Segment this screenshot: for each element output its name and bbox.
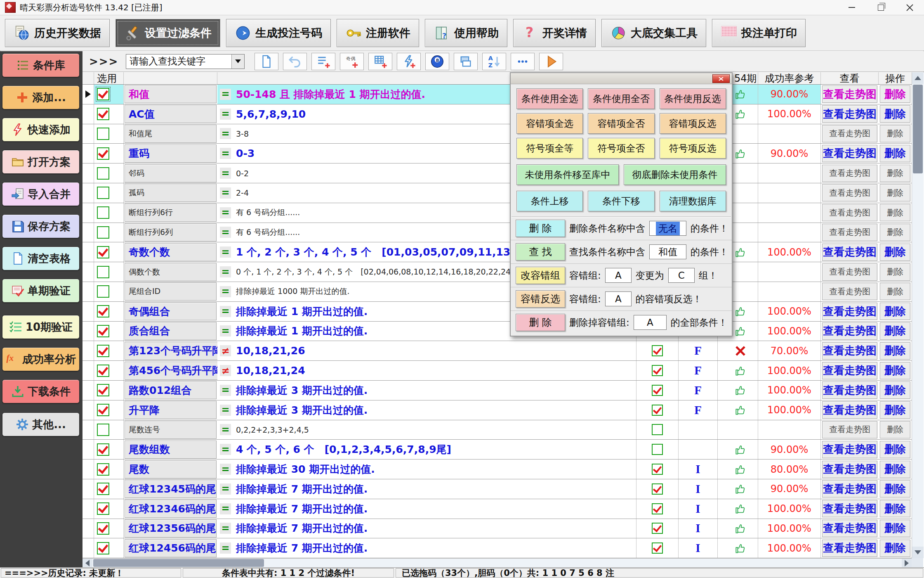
condition-name-button[interactable]: 第123个号码升平降 <box>125 342 217 360</box>
dialog-button[interactable]: 条件使用反选 <box>660 88 726 109</box>
restore-button[interactable] <box>866 0 895 15</box>
view-trend-button[interactable]: 查看走势图 <box>822 401 877 419</box>
sidebar-item-import[interactable]: 导入合并 <box>2 182 80 206</box>
condition-name-button[interactable]: 奇偶组合 <box>125 302 217 320</box>
close-button[interactable] <box>895 0 924 15</box>
scroll-down-button[interactable] <box>912 547 924 558</box>
toolbar-button-help[interactable]: ?使用帮助 <box>425 19 507 47</box>
delete-button[interactable]: 删除 <box>880 184 910 201</box>
delete-button[interactable]: 删除 <box>880 85 910 103</box>
condition-cell[interactable]: =排除掉最近 30 期开出过的值. <box>217 460 636 479</box>
view-trend-button[interactable]: 查看走势图 <box>822 224 877 241</box>
view-trend-button[interactable]: 查看走势图 <box>822 125 877 142</box>
delete-button[interactable]: 删除 <box>880 283 910 300</box>
condition-cell[interactable]: ≠10,18,21,26 <box>217 341 636 360</box>
dialog-button[interactable]: 条件下移 <box>588 191 654 211</box>
view-trend-button[interactable]: 查看走势图 <box>822 500 877 517</box>
condition-cell[interactable]: =0,2,2+2,3,3+2,4,5 <box>217 420 636 440</box>
horizontal-scroll-thumb[interactable] <box>93 559 264 567</box>
toolbar-button-history[interactable]: 历史开奖数据 <box>5 19 110 47</box>
select-checkbox[interactable] <box>97 522 109 535</box>
delete-button[interactable]: 删除 <box>880 165 910 182</box>
condition-cell[interactable]: =排除掉最近 3 期开出过的值. <box>217 381 636 400</box>
tolerance-checkbox[interactable] <box>652 483 663 495</box>
select-checkbox[interactable] <box>97 325 109 337</box>
condition-cell[interactable]: ≠10,18,21,24 <box>217 361 636 380</box>
sidebar-item-bolt[interactable]: 快速添加 <box>2 118 80 142</box>
condition-name-button[interactable]: AC值 <box>125 105 217 123</box>
view-trend-button[interactable]: 查看走势图 <box>822 204 877 221</box>
scroll-up-button[interactable] <box>912 72 924 84</box>
select-checkbox[interactable] <box>97 542 109 554</box>
condition-name-button[interactable]: 和值 <box>125 85 217 103</box>
sidebar-item-check-doc[interactable]: 单期验证 <box>2 279 80 303</box>
condition-name-button[interactable]: 红球12456码的尾 <box>125 539 217 557</box>
delete-button[interactable]: 删除 <box>880 145 910 162</box>
condition-name-button[interactable]: 升平降 <box>125 401 217 419</box>
dialog-text-input[interactable]: C <box>668 268 695 283</box>
filter-tool-more-button[interactable] <box>511 53 535 70</box>
condition-name-button[interactable]: 红球12356码的尾 <box>125 519 217 538</box>
scroll-right-button[interactable] <box>902 559 912 567</box>
sidebar-item-fx[interactable]: fx成功率分析 <box>2 347 80 371</box>
condition-name-button[interactable]: 和值尾 <box>125 125 217 143</box>
delete-button[interactable]: 删除 <box>880 342 910 360</box>
delete-button[interactable]: 删除 <box>880 322 910 340</box>
select-checkbox[interactable] <box>97 167 109 180</box>
dialog-button[interactable]: 容错项反选 <box>660 113 726 134</box>
dialog-button[interactable]: 条件使用全选 <box>516 88 583 109</box>
sidebar-item-plus[interactable]: 添加... <box>2 85 80 109</box>
delete-button[interactable]: 删除 <box>880 500 910 517</box>
condition-name-button[interactable]: 尾组合ID <box>125 282 217 301</box>
filter-tool-run-button[interactable] <box>539 53 563 70</box>
select-checkbox[interactable] <box>97 147 109 160</box>
condition-name-button[interactable]: 偶数个数 <box>125 263 217 281</box>
condition-name-button[interactable]: 尾数 <box>125 460 217 479</box>
select-checkbox[interactable] <box>97 285 109 298</box>
condition-name-button[interactable]: 红球12345码的尾 <box>125 480 217 498</box>
dialog-text-input[interactable]: A <box>634 315 667 330</box>
sidebar-item-save[interactable]: 保存方案 <box>2 214 80 238</box>
dialog-button[interactable]: 清理数据库 <box>660 191 726 211</box>
condition-name-button[interactable]: 断组行列6行 <box>125 204 217 222</box>
dialog-button[interactable]: 未使用条件移至库中 <box>516 164 619 185</box>
combo-dropdown-button[interactable] <box>231 54 244 69</box>
sidebar-item-download[interactable]: 下载条件 <box>2 379 80 403</box>
expand-chevrons-icon[interactable]: >>> <box>89 55 118 68</box>
delete-button[interactable]: 删除 <box>880 125 910 142</box>
select-checkbox[interactable] <box>97 266 109 278</box>
tolerance-checkbox[interactable] <box>652 405 663 416</box>
view-trend-button[interactable]: 查看走势图 <box>822 480 877 497</box>
minimize-button[interactable] <box>837 0 866 15</box>
condition-cell[interactable]: =4 个, 5 个, 6 个 [0,1,2,3,4,5,6,7,8,9尾] <box>217 440 636 459</box>
sidebar-item-page[interactable]: 清空表格 <box>2 246 80 270</box>
toolbar-button-filter-settings[interactable]: 设置过滤条件 <box>116 19 220 47</box>
condition-name-button[interactable]: 尾数连号 <box>125 421 217 439</box>
view-trend-button[interactable]: 查看走势图 <box>822 540 877 557</box>
condition-name-button[interactable]: 重码 <box>125 144 217 163</box>
view-trend-button[interactable]: 查看走势图 <box>822 303 877 320</box>
filter-tool-undo-button[interactable] <box>283 53 307 70</box>
vertical-scrollbar[interactable] <box>912 72 924 558</box>
view-trend-button[interactable]: 查看走势图 <box>822 421 877 438</box>
select-checkbox[interactable] <box>97 483 109 495</box>
select-checkbox[interactable] <box>97 128 109 140</box>
view-trend-button[interactable]: 查看走势图 <box>822 244 877 261</box>
select-checkbox[interactable] <box>97 345 109 357</box>
filter-tool-listadd-button[interactable] <box>311 53 335 70</box>
dialog-button[interactable]: 符号项反选 <box>660 138 726 159</box>
condition-name-button[interactable]: 红球12346码的尾 <box>125 500 217 518</box>
tolerance-checkbox[interactable] <box>652 523 663 534</box>
select-checkbox[interactable] <box>97 365 109 377</box>
delete-button[interactable]: 删除 <box>880 263 910 281</box>
filter-tool-gridadd-button[interactable] <box>368 53 392 70</box>
view-trend-button[interactable]: 查看走势图 <box>822 362 877 379</box>
delete-button[interactable]: 删除 <box>880 520 910 537</box>
dialog-button[interactable]: 符号项全否 <box>588 138 654 159</box>
tolerance-checkbox[interactable] <box>652 424 663 435</box>
view-trend-button[interactable]: 查看走势图 <box>822 85 877 103</box>
delete-button[interactable]: 删除 <box>880 244 910 261</box>
delete-button[interactable]: 删除 <box>880 540 910 557</box>
filter-tool-layers-button[interactable] <box>454 53 478 70</box>
dialog-button[interactable]: 条件上移 <box>516 191 583 211</box>
